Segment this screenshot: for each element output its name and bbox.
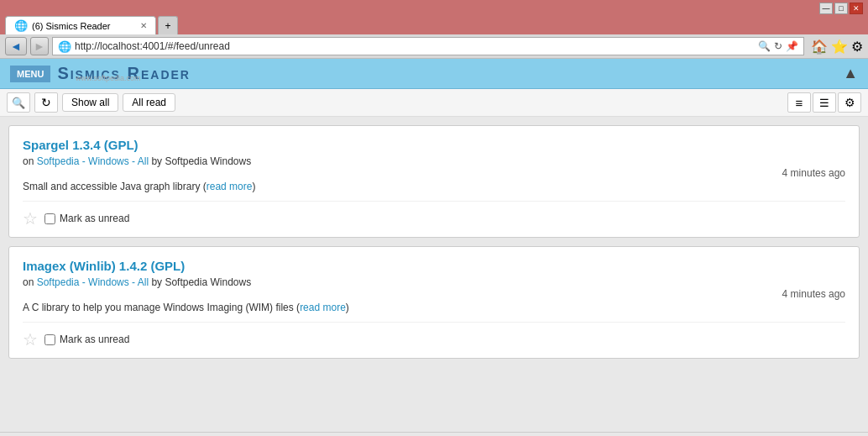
tab-title: (6) Sismics Reader [32,21,111,31]
read-more-link-1[interactable]: read more [207,181,253,192]
show-all-button[interactable]: Show all [62,93,118,112]
star-icon-1[interactable]: ☆ [23,208,38,229]
new-tab-btn[interactable]: + [158,16,178,34]
address-bar: ◄ ► 🌐 http://localhost:4001/#/feed/unrea… [0,34,868,59]
browser-home-icon[interactable]: 🏠 [811,39,828,55]
close-button[interactable]: ✕ [850,3,863,14]
feed-time-2: 4 minutes ago [23,288,845,300]
scroll-bottom-indicator: ▼ [0,432,868,436]
browser-titlebar: — □ ✕ 🌐 (6) Sismics Reader ✕ + [0,0,868,34]
feed-description-2: A C library to help you manage Windows I… [23,302,845,313]
minimize-button[interactable]: — [819,3,833,14]
browser-tab[interactable]: 🌐 (6) Sismics Reader ✕ [5,16,156,34]
mark-unread-checkbox-1[interactable] [44,213,55,224]
address-search-icon: 🔍 [758,40,771,52]
scroll-up-button[interactable]: ▲ [843,65,858,82]
feed-title-2[interactable]: Imagex (Winlib) 1.4.2 (GPL) [23,259,845,273]
address-input[interactable]: 🌐 http://localhost:4001/#/feed/unread 🔍 … [52,37,804,55]
browser-settings-icon[interactable]: ⚙ [851,39,863,55]
settings-view-button[interactable]: ⚙ [838,92,861,113]
menu-button[interactable]: MENU [10,66,50,82]
address-pin-icon: 📌 [786,40,798,52]
star-icon-2[interactable]: ☆ [23,329,38,349]
app-logo-watermark: www.softpedia.com [76,74,141,82]
list-view-button[interactable]: ≡ [787,92,811,113]
search-button[interactable]: 🔍 [7,92,30,113]
compact-view-button[interactable]: ☰ [813,92,836,113]
restore-button[interactable]: □ [834,3,848,14]
mark-unread-label-2[interactable]: Mark as unread [44,334,129,345]
forward-button[interactable]: ► [30,37,49,55]
address-ie-icon: 🌐 [58,40,71,53]
read-more-link-2[interactable]: read more [300,302,346,313]
feed-source-2[interactable]: Softpedia - Windows - All [37,276,149,288]
feed-card-2: Imagex (Winlib) 1.4.2 (GPL) on Softpedia… [8,246,860,359]
refresh-button[interactable]: ↻ [34,92,58,113]
feed-time-1: 4 minutes ago [23,167,845,179]
feed-description-1: Small and accessible Java graph library … [23,181,845,192]
content-area: Spargel 1.3.4 (GPL) on Softpedia - Windo… [0,117,868,432]
mark-unread-checkbox-2[interactable] [44,334,55,345]
browser-favorites-icon[interactable]: ⭐ [831,39,848,55]
tab-close-icon[interactable]: ✕ [140,21,147,30]
feed-meta-1: on Softpedia - Windows - All by Softpedi… [23,155,845,167]
app-toolbar: 🔍 ↻ Show all All read ≡ ☰ ⚙ [0,89,868,117]
app-header: MENU www.softpedia.com Sismics Reader ▲ [0,59,868,89]
tab-ie-icon: 🌐 [14,19,28,32]
right-view-buttons: ≡ ☰ ⚙ [787,92,861,113]
feed-card-1: Spargel 1.3.4 (GPL) on Softpedia - Windo… [8,125,860,238]
mark-unread-label-1[interactable]: Mark as unread [44,213,129,224]
feed-title-1[interactable]: Spargel 1.3.4 (GPL) [23,138,845,152]
back-button[interactable]: ◄ [5,37,27,55]
feed-actions-1: ☆ Mark as unread [23,201,845,229]
address-refresh-icon: ↻ [774,40,782,52]
feed-meta-2: on Softpedia - Windows - All by Softpedi… [23,276,845,288]
address-text: http://localhost:4001/#/feed/unread [75,40,230,52]
feed-author-2: Softpedia Windows [165,276,251,288]
feed-author-1: Softpedia Windows [165,155,251,167]
all-read-button[interactable]: All read [123,93,175,112]
feed-source-1[interactable]: Softpedia - Windows - All [37,155,149,167]
feed-actions-2: ☆ Mark as unread [23,322,845,349]
